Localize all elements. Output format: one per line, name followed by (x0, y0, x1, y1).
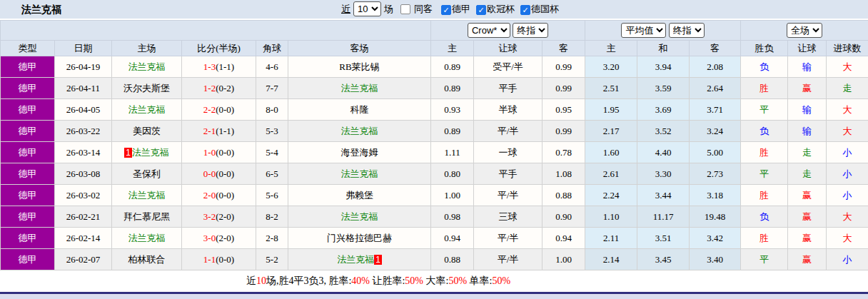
col-away: 客场 (288, 41, 431, 56)
away-odds-cell: 0.94 (542, 228, 585, 249)
league-checkbox-1[interactable]: ✓ (476, 5, 486, 15)
home-odds-cell: 0.89 (431, 56, 474, 78)
home-team-cell: 圣保利 (112, 163, 182, 185)
near-count-select[interactable]: 10 (353, 1, 381, 16)
handicap-cell: 三球 (474, 206, 542, 228)
scope-select[interactable]: 全场 (787, 23, 822, 38)
team-name: 法兰克福 (128, 190, 166, 201)
halftime-score: (0-2) (216, 83, 234, 93)
league-cell: 德甲 (1, 142, 55, 163)
dropdown-row: Crow* 终指 平均值 终指 全场 (1, 21, 868, 41)
summary-segment: 50% (448, 275, 467, 286)
col-result-wdl: 胜负 (741, 41, 788, 56)
col-corner: 角球 (256, 41, 288, 56)
away-odds-cell: 1.00 (542, 249, 585, 270)
summary-segment: 场,胜4平3负3, 胜率: (266, 275, 351, 286)
fulltime-score: 1-1 (203, 254, 216, 265)
away-odds-cell: 0.90 (542, 206, 585, 228)
result-wdl-cell: 胜 (741, 185, 788, 206)
summary-segment: 10 (256, 275, 266, 286)
home-odds-cell: 0.89 (431, 121, 474, 142)
odds-company-stage-select[interactable]: 终指 (513, 23, 548, 38)
score-cell: 2-2(0-0) (182, 99, 256, 121)
score-cell: 1-0(0-0) (182, 142, 256, 163)
corners-cell: 5-4 (256, 142, 288, 163)
summary-segment: 50% (405, 275, 423, 286)
handicap-cell: 平/半 (474, 249, 542, 270)
avg-odds-group: 平均值 终指 (585, 21, 741, 41)
halftime-score: (0-0) (216, 104, 234, 115)
league-cell: 德甲 (1, 228, 55, 249)
avg-away-cell: 3.18 (690, 185, 741, 206)
home-odds-cell: 1.11 (431, 142, 474, 163)
home-team-cell: 柏林联合 (112, 249, 182, 270)
same-away-checkbox[interactable] (400, 4, 410, 14)
result-goals-cell: 小 (827, 249, 868, 270)
avg-stage-select[interactable]: 终指 (669, 23, 705, 38)
col-avg-away: 客 (690, 41, 741, 56)
summary-segment: 40% (351, 275, 370, 286)
result-wdl-cell: 胜 (741, 78, 788, 99)
date-cell: 26-02-14 (55, 228, 112, 249)
avg-draw-cell: 3.52 (637, 121, 690, 142)
away-team-cell: 科隆 (288, 99, 431, 121)
avg-away-cell: 3.24 (690, 121, 741, 142)
match-row: 德甲26-03-02法兰克福2-0(0-0)5-6弗赖堡1.00平/半0.882… (1, 185, 868, 206)
avg-draw-cell: 3.94 (637, 56, 690, 78)
col-date: 日期 (55, 41, 112, 56)
team-name: 海登海姆 (341, 147, 378, 158)
match-row: 德甲26-04-19法兰克福1-3(1-1)4-6RB莱比锡0.89受平/半0.… (1, 56, 868, 78)
team-name: 法兰克福 (341, 126, 378, 136)
halftime-score: (0-0) (216, 147, 234, 158)
stats-summary: 近10场,胜4平3负3, 胜率:40% 让胜率:50% 大率:50% 单率:50… (0, 270, 868, 292)
team-name: 法兰克福 (132, 147, 169, 158)
league-cell: 德甲 (1, 121, 55, 142)
league-checkbox-label: 德甲 (452, 4, 470, 14)
col-result-handicap: 让球 (788, 41, 827, 56)
league-filter-group: ✓德甲✓欧冠杯✓德国杯 (437, 3, 560, 16)
page-title: 法兰克福 (21, 4, 61, 16)
team-name: 门兴格拉德巴赫 (327, 233, 392, 243)
match-row: 德甲26-03-22美因茨2-1(1-1)5-3法兰克福0.89平/半0.992… (1, 121, 868, 142)
result-goals-cell: 走 (827, 78, 868, 99)
halftime-score: (0-0) (216, 254, 234, 265)
home-team-cell: 美因茨 (112, 121, 182, 142)
rank-badge: 1 (374, 255, 382, 265)
col-odds-home: 主 (431, 41, 474, 56)
odds-company-select[interactable]: Crow* (468, 23, 510, 38)
avg-away-cell: 19.48 (690, 206, 741, 228)
result-goals-cell: 大 (827, 121, 868, 142)
match-row: 德甲26-03-141法兰克福1-0(0-0)5-4海登海姆1.11一球0.78… (1, 142, 868, 163)
near-games-link[interactable]: 近 (341, 3, 350, 16)
score-cell: 2-0(0-0) (182, 185, 256, 206)
avg-away-cell: 3.42 (690, 228, 741, 249)
home-odds-cell: 0.93 (431, 99, 474, 121)
result-handicap-cell: 走 (788, 163, 827, 185)
league-checkbox-2[interactable]: ✓ (520, 5, 530, 15)
fulltime-score: 0-0 (203, 168, 216, 179)
result-handicap-cell: 输 (788, 121, 827, 142)
corners-cell: 5-6 (256, 185, 288, 206)
result-handicap-cell: 输 (788, 99, 827, 121)
avg-home-cell: 2.24 (585, 185, 637, 206)
team-name: 法兰克福 (341, 168, 378, 179)
handicap-cell: 平/半 (474, 121, 542, 142)
league-checkbox-0[interactable]: ✓ (441, 5, 451, 15)
home-team-cell: 法兰克福 (112, 99, 182, 121)
date-cell: 26-04-11 (55, 78, 112, 99)
scope-group: 全场 (741, 21, 868, 41)
home-team-cell: 法兰克福 (112, 56, 182, 78)
fulltime-score: 3-2 (203, 211, 216, 222)
team-name: 美因茨 (133, 126, 161, 136)
fulltime-score: 1-2 (203, 83, 216, 93)
handicap-cell: 平/半 (474, 185, 542, 206)
avg-away-cell: 5.00 (690, 142, 741, 163)
avg-source-select[interactable]: 平均值 (621, 23, 666, 38)
score-cell: 2-1(1-1) (182, 121, 256, 142)
league-checkbox-label: 欧冠杯 (487, 4, 515, 14)
avg-away-cell: 2.73 (690, 163, 741, 185)
avg-draw-cell: 3.30 (637, 163, 690, 185)
result-wdl-cell: 胜 (741, 228, 788, 249)
match-row: 德甲26-04-11沃尔夫斯堡1-2(0-2)7-7法兰克福0.89平手0.99… (1, 78, 868, 99)
col-home: 主场 (112, 41, 182, 56)
